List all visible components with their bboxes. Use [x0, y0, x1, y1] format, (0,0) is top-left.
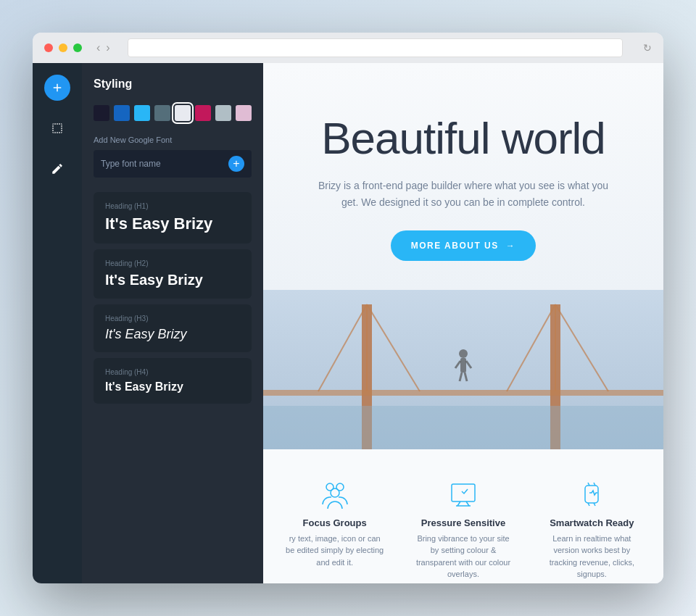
person-silhouette — [452, 348, 474, 384]
pages-button[interactable] — [44, 115, 70, 141]
add-content-button[interactable] — [44, 75, 70, 101]
font-input-wrapper: + — [94, 150, 252, 178]
hero-section: Beautiful world Brizy is a front-end pag… — [263, 63, 663, 290]
dot-red[interactable] — [44, 43, 53, 52]
browser-titlebar: ‹ › ↻ — [33, 33, 663, 63]
svg-rect-24 — [585, 486, 598, 503]
browser-nav: ‹ › — [96, 41, 110, 54]
features-section: Focus Groups ry text, image, icon or can… — [263, 449, 663, 583]
nav-back[interactable]: ‹ — [96, 41, 100, 54]
svg-line-22 — [466, 501, 469, 506]
svg-point-19 — [331, 488, 339, 497]
nav-forward[interactable]: › — [106, 41, 109, 54]
svg-rect-9 — [263, 390, 663, 396]
dot-yellow[interactable] — [59, 43, 67, 52]
hero-title: Beautiful world — [307, 114, 620, 163]
dot-green[interactable] — [73, 43, 82, 52]
svg-line-15 — [460, 372, 462, 381]
hero-subtitle: Brizy is a front-end page builder where … — [311, 178, 616, 210]
bridge-section — [263, 290, 663, 449]
heading-h3-tag: Heading (H3) — [105, 315, 240, 322]
address-bar[interactable] — [128, 38, 623, 57]
main-content: Beautiful world Brizy is a front-end pag… — [263, 63, 663, 583]
panel-title: Styling — [94, 78, 252, 91]
cta-arrow: → — [506, 241, 516, 251]
color-swatch-lightgray[interactable] — [215, 105, 231, 121]
heading-h1-tag: Heading (H1) — [105, 202, 240, 210]
reload-icon[interactable]: ↻ — [643, 42, 652, 54]
feature-smartwatch-title: Smartwatch Ready — [542, 517, 642, 528]
feature-smartwatch-text: Learn in realtime what version works bes… — [542, 533, 642, 580]
design-button[interactable] — [44, 156, 70, 182]
feature-pressure-title: Pressure Sensitive — [413, 517, 513, 528]
browser-window: ‹ › ↻ Styling — [33, 33, 663, 583]
heading-h2-tag: Heading (H2) — [105, 259, 240, 267]
heading-h3-text: It's Easy Brizy — [105, 327, 240, 342]
feature-smartwatch: Smartwatch Ready Learn in realtime what … — [535, 471, 649, 583]
svg-point-11 — [459, 349, 468, 358]
heading-h4-tag: Heading (H4) — [105, 368, 240, 376]
cta-label: MORE ABOUT US — [411, 241, 499, 251]
svg-rect-12 — [460, 358, 466, 372]
color-swatch-pink[interactable] — [195, 105, 211, 121]
heading-h2-card[interactable]: Heading (H2) It's Easy Brizy — [94, 249, 252, 299]
smartwatch-icon — [576, 478, 608, 510]
cta-button[interactable]: MORE ABOUT US → — [391, 230, 536, 261]
color-swatch-lavender[interactable] — [236, 105, 252, 121]
svg-line-13 — [455, 361, 460, 368]
heading-h3-card[interactable]: Heading (H3) It's Easy Brizy — [94, 304, 252, 352]
sidebar-icons — [33, 63, 82, 583]
heading-h1-text: It's Easy Brizy — [105, 215, 240, 233]
font-name-input[interactable] — [101, 159, 223, 169]
svg-line-14 — [466, 361, 471, 368]
color-swatch-gray[interactable] — [154, 105, 170, 121]
styling-panel: Styling Add New Google Font + Heading — [82, 63, 263, 583]
heading-h1-card[interactable]: Heading (H1) It's Easy Brizy — [94, 192, 252, 244]
feature-focus-groups: Focus Groups ry text, image, icon or can… — [278, 471, 392, 583]
color-swatch-black[interactable] — [94, 105, 109, 121]
browser-content: Styling Add New Google Font + Heading — [33, 63, 663, 583]
heading-h2-text: It's Easy Brizy — [105, 272, 240, 288]
heading-h4-card[interactable]: Heading (H4) It's Easy Brizy — [94, 358, 252, 404]
svg-line-21 — [457, 501, 460, 506]
heading-h4-text: It's Easy Brizy — [105, 380, 240, 394]
color-swatch-lightblue[interactable] — [134, 105, 150, 121]
svg-line-16 — [465, 372, 467, 381]
add-font-button[interactable]: + — [228, 156, 244, 172]
feature-pressure-sensitive: Pressure Sensitive Bring vibrance to you… — [406, 471, 520, 583]
pressure-sensitive-icon — [447, 478, 479, 510]
feature-focus-groups-title: Focus Groups — [285, 517, 384, 528]
feature-focus-groups-text: ry text, image, icon or can be edited si… — [285, 533, 384, 569]
google-font-label: Add New Google Font — [94, 136, 252, 144]
color-swatch-darkblue[interactable] — [114, 105, 130, 121]
color-swatches — [94, 105, 252, 121]
svg-rect-10 — [263, 406, 663, 449]
focus-groups-icon — [319, 478, 351, 510]
feature-pressure-text: Bring vibrance to your site by setting c… — [413, 533, 513, 580]
color-swatch-white[interactable] — [175, 105, 191, 121]
